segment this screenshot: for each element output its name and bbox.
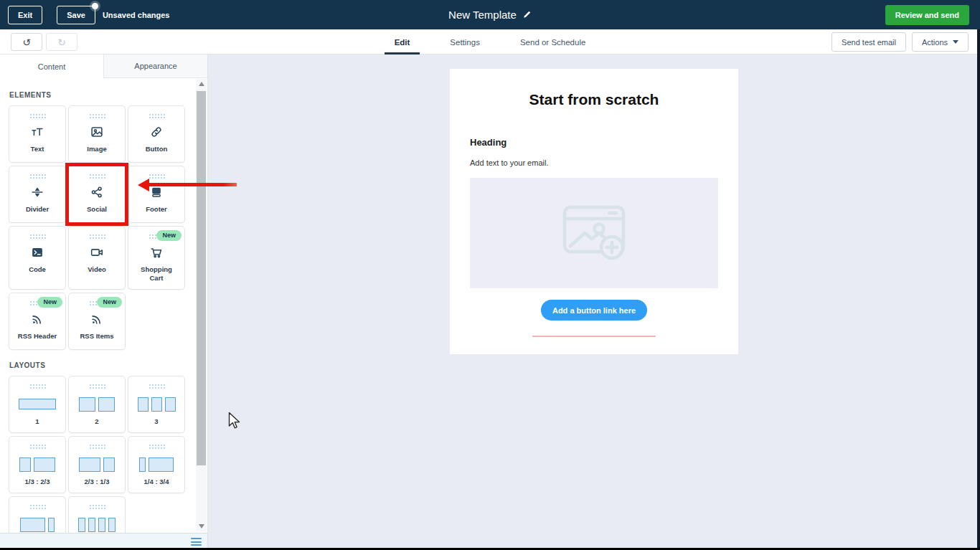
review-and-send-button[interactable]: Review and send <box>885 5 969 25</box>
divider-icon <box>29 184 45 201</box>
save-button[interactable]: Save <box>57 6 95 24</box>
tab-settings[interactable]: Settings <box>447 29 483 54</box>
drag-handle-dots-icon <box>29 113 46 119</box>
tab-send-or-schedule[interactable]: Send or Schedule <box>517 29 588 54</box>
image-icon <box>89 123 105 141</box>
actions-button[interactable]: Actions <box>912 32 969 52</box>
layout-tile-label: 2 <box>95 417 98 426</box>
drag-handle-dots-icon <box>149 174 165 179</box>
element-tile-video[interactable]: Video <box>68 226 126 290</box>
drag-handle-dots-icon <box>29 174 46 179</box>
email-body-text[interactable]: Add text to your email. <box>470 158 738 167</box>
element-tile-label: Text <box>31 145 44 153</box>
scrollbar-down-arrow-icon[interactable] <box>196 521 207 531</box>
new-badge: New <box>37 297 62 308</box>
element-tile-social[interactable]: Social <box>68 166 126 223</box>
element-tile-footer[interactable]: Footer <box>128 166 185 223</box>
email-heading[interactable]: Heading <box>470 137 738 148</box>
send-test-email-button[interactable]: Send test email <box>831 32 906 52</box>
unsaved-changes-text: Unsaved changes <box>103 11 170 19</box>
sidebar-panel-body: ELEMENTS Text Image Button <box>0 78 207 533</box>
new-badge: New <box>156 230 182 241</box>
link-icon <box>149 123 164 141</box>
drag-handle-dots-icon <box>29 234 46 240</box>
layout-tile-label: 1 <box>35 417 39 426</box>
footer-icon <box>149 184 164 201</box>
toolbar-right-group: Send test email Actions <box>831 32 969 52</box>
new-badge: New <box>97 297 122 308</box>
drag-handle-dots-icon <box>89 384 105 389</box>
screen-right-edge <box>977 29 980 550</box>
element-tile-rss-items[interactable]: New RSS Items <box>68 293 126 350</box>
drag-handle-dots-icon <box>149 444 165 450</box>
rss-icon <box>89 310 105 328</box>
video-icon <box>89 244 105 261</box>
sidebar-tab-content[interactable]: Content <box>0 54 103 78</box>
layout-tile-2[interactable]: 2 <box>68 376 126 433</box>
drag-handle-dots-icon <box>89 234 105 240</box>
layout-tile-one-third-two-thirds[interactable]: 1/3 : 2/3 <box>9 436 66 493</box>
sidebar: Content Appearance ELEMENTS Text Image <box>0 54 208 550</box>
element-tile-rss-header[interactable]: New RSS Header <box>9 293 66 350</box>
layout-figure-full-width <box>19 396 56 413</box>
add-button-link-button[interactable]: Add a button link here <box>541 300 647 321</box>
edit-pencil-icon[interactable] <box>522 10 532 19</box>
layout-tile-3[interactable]: 3 <box>128 376 185 433</box>
drag-handle-dots-icon <box>149 113 165 119</box>
chevron-down-icon <box>953 40 958 44</box>
element-tile-label: Shopping Cart <box>133 265 179 283</box>
drag-handle-dots-icon <box>29 444 46 450</box>
layout-tile-1[interactable]: 1 <box>9 376 66 433</box>
element-tile-label: Divider <box>26 205 49 214</box>
scrollbar-thumb[interactable] <box>197 91 206 465</box>
redo-button[interactable]: ↻ <box>46 33 77 51</box>
email-divider[interactable] <box>532 336 656 337</box>
save-button-label: Save <box>67 11 85 19</box>
drag-handle-dots-icon <box>89 174 105 179</box>
scrollbar-up-arrow-icon[interactable] <box>196 79 207 89</box>
layout-figure-two-columns <box>79 396 115 413</box>
element-tile-label: Button <box>146 145 168 153</box>
toolbar: ↺ ↻ Edit Settings Send or Schedule Send … <box>0 29 980 54</box>
element-tile-text[interactable]: Text <box>9 105 66 163</box>
layout-tile-label: 2/3 : 1/3 <box>85 478 110 486</box>
layouts-section-label: LAYOUTS <box>9 361 207 369</box>
actions-button-label: Actions <box>922 38 948 47</box>
element-tile-label: RSS Items <box>80 332 114 341</box>
rss-icon <box>29 310 45 328</box>
element-tile-divider[interactable]: Divider <box>9 166 66 223</box>
drag-handle-dots-icon <box>29 504 46 510</box>
element-tile-code[interactable]: Code <box>9 226 66 290</box>
element-tile-shopping-cart[interactable]: New Shopping Cart <box>128 226 185 290</box>
tab-edit[interactable]: Edit <box>392 29 413 54</box>
email-preview-card[interactable]: Start from scratch Heading Add text to y… <box>450 69 738 354</box>
drag-handle-dots-icon <box>89 113 105 119</box>
drag-handle-dots-icon <box>89 504 105 510</box>
layout-tile-partial-four-columns[interactable] <box>68 496 126 533</box>
sidebar-scrollbar[interactable] <box>196 79 207 531</box>
image-placeholder[interactable] <box>470 178 718 288</box>
layout-tile-partial-three-quarters-one-quarter[interactable] <box>9 496 66 533</box>
drag-handle-dots-icon <box>149 384 165 389</box>
sidebar-tabs: Content Appearance <box>0 54 207 78</box>
exit-button[interactable]: Exit <box>8 6 42 24</box>
panel-resize-handle-icon[interactable] <box>191 538 202 546</box>
email-title[interactable]: Start from scratch <box>450 91 738 108</box>
layout-figure-1-3-2-3 <box>19 456 55 473</box>
share-icon <box>89 184 105 201</box>
layout-figure-1-4-3-4 <box>139 456 174 473</box>
layout-tile-two-thirds-one-third[interactable]: 2/3 : 1/3 <box>68 436 126 493</box>
elements-grid: Text Image Button Divider <box>9 105 185 350</box>
element-tile-label: Image <box>87 145 106 153</box>
element-tile-label: RSS Header <box>18 332 57 341</box>
layout-figure-4-columns <box>78 516 116 533</box>
template-title-text[interactable]: New Template <box>448 9 517 21</box>
layout-tile-one-quarter-three-quarters[interactable]: 1/4 : 3/4 <box>128 436 185 493</box>
element-tile-button[interactable]: Button <box>128 105 185 163</box>
layout-figure-3-4-1-4 <box>20 516 55 533</box>
layout-tile-label: 1/4 : 3/4 <box>144 478 169 486</box>
sidebar-tab-appearance[interactable]: Appearance <box>103 54 207 78</box>
undo-button[interactable]: ↺ <box>11 33 42 51</box>
element-tile-image[interactable]: Image <box>68 105 126 163</box>
layouts-grid: 1 2 3 1/3 : 2/3 <box>9 376 185 533</box>
